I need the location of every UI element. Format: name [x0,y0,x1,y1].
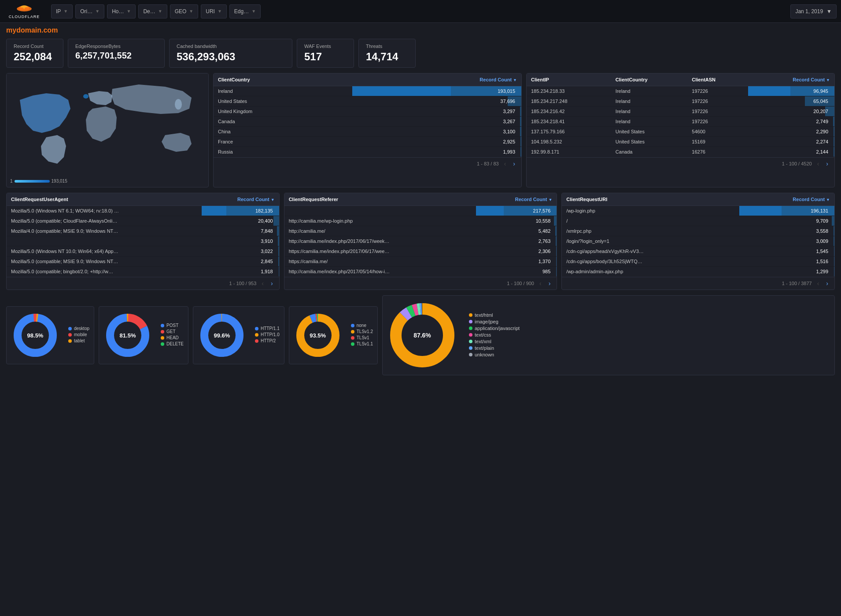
ip-country: United States [611,137,687,147]
ip-pagination: 1 - 100 / 4520 ‹ › [527,157,834,170]
table-row: United Kingdom 3,297 [214,106,521,117]
stats-row: Record Count 252,084 EdgeResponseBytes 6… [0,36,841,70]
ip-col-header: ClientIP [527,73,611,86]
ip-count: 2,274 [748,137,834,147]
table-row: http://camilia.me/index.php/2017/05/14/h… [284,267,557,277]
nav-filter-de[interactable]: De…▼ [138,4,167,18]
table-row: Mozilla/5.0 (compatible; CloudFlare-Alwa… [7,216,279,226]
table-row: / 9,709 [562,216,834,226]
uri-path[interactable]: /wp-login.php [562,206,739,216]
table-row: Mozilla/5.0 (Windows NT 10.0; Win64; x64… [7,246,279,257]
ref-count-col-header[interactable]: Record Count▼ [476,193,557,206]
content-type-donut: 87.6% [387,300,457,370]
uri-count: 3,009 [739,236,834,246]
ref-url: http://camilia.me/ [284,226,476,236]
country-count: 3,100 [352,127,521,137]
uri-count-col-header[interactable]: Record Count▼ [739,193,834,206]
ip-country: Ireland [611,96,687,106]
content-type-chart: 87.6% text/html image/jpeg application/j… [382,295,835,375]
ip-asn: 197226 [687,117,748,127]
ip-prev-btn[interactable]: ‹ [815,160,821,167]
logo-text: CLOUDFLARE [9,15,40,19]
nav-filter-edg[interactable]: Edg…▼ [229,4,261,18]
uri-path[interactable]: /cdn-cgi/apps/head/xVgyKhR-vV3… [562,246,739,257]
table-row: /wp-login.php 196,131 [562,206,834,216]
device-donut: 98.5% [11,311,59,359]
ip-country: Ireland [611,106,687,117]
ua-pagination: 1 - 100 / 953 ‹ › [7,277,279,290]
ip-table: ClientIP ClientCountry ClientASN Record … [527,73,834,157]
country-name: China [214,127,352,137]
table-row: 185.234.218.41 Ireland 197226 2,749 [527,117,834,127]
method-legend: POST GET HEAD DELETE [161,323,184,348]
ip-asn-col-header: ClientASN [687,73,748,86]
ip-addr: 185.234.218.41 [527,117,611,127]
ssl-donut-label: 93.5% [310,332,326,339]
referer-table-container: ClientRequestReferer Record Count▼ 217,5… [284,193,557,290]
ip-next-btn[interactable]: › [824,160,830,167]
uri-prev-btn[interactable]: ‹ [815,280,821,287]
ua-string: Mozilla/5.0 (compatible; CloudFlare-Alwa… [7,216,202,226]
ip-asn: 15169 [687,137,748,147]
nav-filter-geo[interactable]: GEO▼ [170,4,199,18]
table-row: 185.234.217.248 Ireland 197226 65,045 [527,96,834,106]
country-count-col-header[interactable]: Record Count▼ [352,73,521,86]
uri-path[interactable]: /xmlrpc.php [562,226,739,236]
table-row: http://camilia.me/ 5,482 [284,226,557,236]
ref-count: 2,306 [476,246,557,257]
ua-count: 3,022 [202,246,279,257]
uri-count: 1,516 [739,257,834,267]
ref-count: 217,576 [476,206,557,216]
country-name: United Kingdom [214,106,352,117]
ua-count-col-header[interactable]: Record Count▼ [202,193,279,206]
ua-prev-btn[interactable]: ‹ [260,280,266,287]
top-nav: CLOUDFLARE IP▼ Ori…▼ Ho…▼ De…▼ GEO▼ URI▼… [0,0,841,23]
uri-path[interactable]: /cdn-cgi/apps/body/3Lh52SjWTQ… [562,257,739,267]
ip-count: 20,207 [748,106,834,117]
nav-filter-uri[interactable]: URI▼ [201,4,227,18]
ua-next-btn[interactable]: › [269,280,275,287]
ip-count: 2,749 [748,117,834,127]
world-map: 1 193,015 [6,73,209,187]
ua-count: 182,135 [202,206,279,216]
ua-count: 3,910 [202,236,279,246]
ip-count-col-header[interactable]: Record Count▼ [748,73,834,86]
table-row: 3,910 [7,236,279,246]
uri-count: 1,545 [739,246,834,257]
ua-count: 1,918 [202,267,279,277]
ref-pagination: 1 - 100 / 900 ‹ › [284,277,557,290]
uri-path[interactable]: /wp-admin/admin-ajax.php [562,267,739,277]
country-next-btn[interactable]: › [511,160,517,167]
table-row: France 2,925 [214,137,521,147]
uri-path[interactable]: /login/?login_only=1 [562,236,739,246]
country-name: Russia [214,147,352,157]
uri-next-btn[interactable]: › [824,280,830,287]
ip-country: Ireland [611,117,687,127]
table-row: United States 37,696 [214,96,521,106]
ip-country: United States [611,127,687,137]
uri-path[interactable]: / [562,216,739,226]
ref-url: http://camilia.me/index.php/2017/05/14/h… [284,267,476,277]
nav-date-filter[interactable]: Jan 1, 2019▼ [790,4,837,18]
uri-col-header: ClientRequestURI [562,193,739,206]
country-pagination: 1 - 83 / 83 ‹ › [214,157,521,170]
table-row: 217,576 [284,206,557,216]
ip-count: 2,290 [748,127,834,137]
http-donut: 99.6% [198,311,246,359]
ip-addr: 185.234.216.42 [527,106,611,117]
stat-edge-bytes: EdgeResponseBytes 6,257,701,552 [68,39,165,68]
ref-prev-btn[interactable]: ‹ [538,280,543,287]
nav-filter-ho[interactable]: Ho…▼ [107,4,136,18]
table-row: http://camilia.me/index.php/2017/06/17/w… [284,236,557,246]
country-count: 3,267 [352,117,521,127]
ua-string: Mozilla/5.0 (compatible; MSIE 9.0; Windo… [7,257,202,267]
map-svg [7,73,209,175]
nav-filter-ip[interactable]: IP▼ [51,4,73,18]
country-count: 37,696 [352,96,521,106]
country-prev-btn[interactable]: ‹ [502,160,508,167]
table-row: China 3,100 [214,127,521,137]
nav-filter-ori[interactable]: Ori…▼ [75,4,104,18]
country-count: 1,993 [352,147,521,157]
table-row: 192.99.8.171 Canada 16276 2,144 [527,147,834,157]
ref-next-btn[interactable]: › [547,280,553,287]
